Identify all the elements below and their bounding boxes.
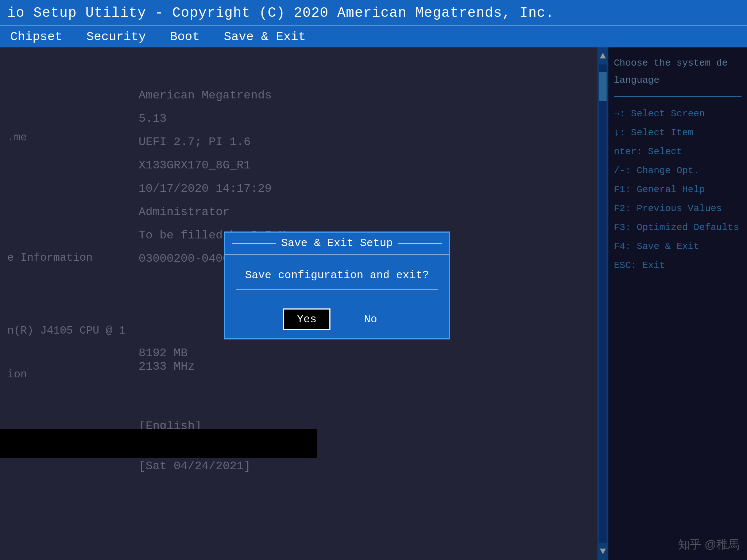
menu-security[interactable]: Security xyxy=(84,28,149,45)
menu-save-exit[interactable]: Save & Exit xyxy=(221,28,309,45)
dialog-buttons: Yes No xyxy=(225,300,449,338)
dialog-message: Save configuration and exit? xyxy=(245,269,429,281)
dialog-body: Save configuration and exit? xyxy=(225,254,449,300)
menu-chipset[interactable]: Chipset xyxy=(7,28,65,45)
dialog-title-line-right xyxy=(398,243,442,244)
dialog-title-bar: Save & Exit Setup xyxy=(225,233,449,254)
save-exit-dialog: Save & Exit Setup Save configuration and… xyxy=(224,232,450,339)
title-bar: io Setup Utility - Copyright (C) 2020 Am… xyxy=(0,0,747,26)
dialog-overlay: Save & Exit Setup Save configuration and… xyxy=(0,47,747,560)
no-button[interactable]: No xyxy=(351,310,390,329)
dialog-separator xyxy=(236,289,438,289)
dialog-title-text: Save & Exit Setup xyxy=(281,237,393,249)
menu-boot[interactable]: Boot xyxy=(167,28,203,45)
main-area: .me e Information n(R) J4105 CPU @ 1 ion… xyxy=(0,47,747,560)
yes-button[interactable]: Yes xyxy=(284,310,329,329)
menu-bar: Chipset Security Boot Save & Exit xyxy=(0,26,747,47)
dialog-title-line-left xyxy=(232,243,276,244)
title-text: io Setup Utility - Copyright (C) 2020 Am… xyxy=(7,5,554,21)
